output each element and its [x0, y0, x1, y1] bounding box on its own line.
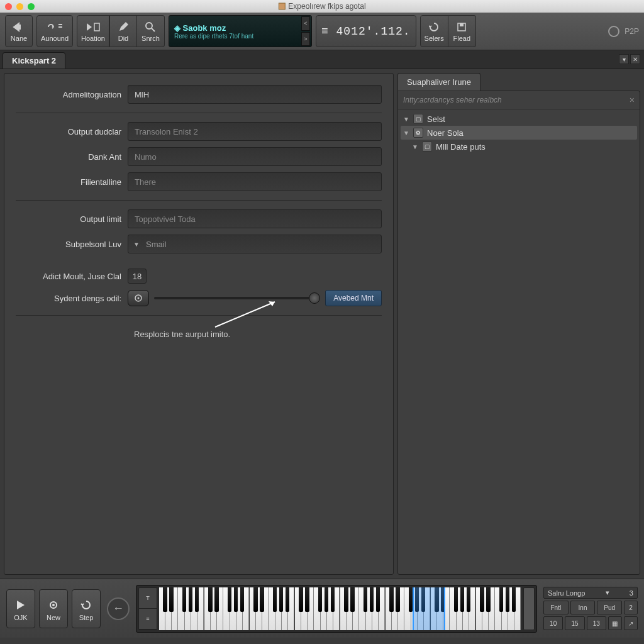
play-doc-icon: [86, 22, 101, 32]
chip-button[interactable]: Fntl: [543, 601, 569, 614]
gear-icon: ✿: [413, 128, 423, 138]
step-button[interactable]: Step: [72, 589, 101, 628]
lcd-line1: ◈ Saobk moz: [174, 23, 306, 33]
svg-point-8: [52, 604, 55, 606]
snrch-button[interactable]: Snrch: [137, 15, 165, 47]
clear-search-button[interactable]: ×: [630, 95, 635, 105]
chip-button[interactable]: Pud: [597, 601, 622, 614]
adict-label: Adict Moult, Juse Clal: [16, 272, 128, 281]
box-icon: ▢: [413, 114, 423, 124]
chip-button[interactable]: 13: [587, 616, 606, 630]
disclosure-triangle-icon[interactable]: ▼: [412, 143, 418, 150]
rewind-icon: [13, 22, 25, 32]
loop-menu-caret[interactable]: ▾: [606, 589, 609, 597]
browser-search-input[interactable]: [403, 96, 630, 104]
loop-icon: [46, 22, 64, 32]
save-icon: [457, 22, 467, 32]
dank-ant-label: Dank Ant: [16, 152, 128, 162]
bars-icon[interactable]: ≡: [139, 609, 157, 630]
chip-button[interactable]: 15: [565, 616, 584, 630]
dank-ant-input[interactable]: [128, 147, 382, 166]
tree-item[interactable]: ▼✿Noer Sola: [401, 126, 637, 140]
aunound-button[interactable]: Aunound: [36, 15, 73, 47]
gear-icon: [48, 599, 59, 611]
main-toolbar: Nane Aunound Hoation Did Snrch ◈ Saobk m…: [0, 13, 644, 50]
window-title: Expeolırew fkips agotal: [288, 2, 365, 11]
search-icon: [145, 22, 155, 32]
tab-kickspart[interactable]: Kickspart 2: [3, 52, 65, 69]
loop-controls: Salru Longp ▾ 3 FntlInnPud2 101513▦↗: [543, 587, 638, 630]
disclosure-triangle-icon[interactable]: ▼: [403, 130, 409, 136]
position-counter[interactable]: ≡ 4012'.112.: [316, 15, 416, 47]
svg-rect-0: [279, 3, 285, 9]
selers-button[interactable]: Selers: [420, 15, 448, 47]
lcd-prev-button[interactable]: <: [301, 16, 310, 31]
back-button[interactable]: ←: [107, 597, 130, 620]
avebed-button[interactable]: Avebed Mnt: [325, 290, 382, 306]
slider-thumb[interactable]: [309, 292, 320, 304]
svg-point-6: [138, 297, 140, 299]
zoom-window-button[interactable]: [28, 3, 35, 10]
admel-input[interactable]: [128, 85, 382, 104]
admel-label: Admelitoguation: [16, 90, 128, 99]
keyboard-side-controls[interactable]: T ≡: [138, 587, 157, 630]
refresh-icon: [429, 22, 439, 32]
pencil-icon: [118, 22, 128, 32]
tree-item-label: Selst: [427, 114, 445, 124]
name-button[interactable]: Nane: [5, 15, 33, 47]
main-area: Admelitoguation Output dudclar Dank Ant …: [0, 69, 644, 579]
box-icon: ▢: [422, 142, 432, 152]
sydent-knob[interactable]: [128, 290, 149, 306]
close-window-button[interactable]: [5, 3, 12, 10]
divider: [16, 315, 382, 316]
tree-item[interactable]: ▼▢Mlll Date puts: [401, 140, 637, 153]
svg-rect-1: [94, 23, 99, 31]
lcd-next-button[interactable]: >: [301, 32, 310, 47]
ojk-button[interactable]: OJK: [6, 589, 35, 628]
chip-button[interactable]: 10: [543, 616, 563, 630]
grid-icon[interactable]: ▦: [608, 616, 622, 630]
subpelsonl-label: Subpelsonl Luv: [16, 240, 128, 249]
browser-panel: Suaphaliver Irune × ▼▢Selst▼✿Noer Sola▼▢…: [397, 73, 640, 575]
keyboard-endcap: [523, 587, 535, 630]
filientalline-input[interactable]: [128, 172, 382, 191]
status-circle-icon[interactable]: [608, 26, 619, 37]
output-limit-input[interactable]: [128, 209, 382, 228]
lcd-line2: Rere as dipe rthets 7tof hant: [174, 33, 306, 40]
chip-value[interactable]: 2: [624, 601, 638, 614]
adict-input[interactable]: [128, 269, 147, 284]
new-button[interactable]: New: [39, 589, 68, 628]
browser-tab[interactable]: Suaphaliver Irune: [397, 73, 480, 91]
chip-button[interactable]: Inn: [570, 601, 596, 614]
arrow-icon[interactable]: ↗: [624, 616, 638, 630]
tree-item-label: Noer Sola: [427, 128, 464, 138]
divider: [16, 200, 382, 201]
minimize-window-button[interactable]: [16, 3, 23, 10]
t-icon[interactable]: T: [139, 588, 157, 609]
loop-label: Salru Longp: [548, 589, 585, 597]
chevron-down-icon: ▼: [133, 241, 140, 248]
tree-item-label: Mlll Date puts: [436, 142, 486, 152]
tab-menu-button[interactable]: ▾: [619, 54, 629, 64]
loop-value[interactable]: 3: [630, 589, 633, 597]
bottom-bar: OJKNewStep ← T ≡ Salru Longp ▾ 3 FntlInn…: [0, 579, 644, 638]
lcd-display: ◈ Saobk moz Rere as dipe rthets 7tof han…: [169, 15, 312, 47]
flead-button[interactable]: Flead: [448, 15, 476, 47]
play-icon: [15, 599, 26, 611]
disclosure-triangle-icon[interactable]: ▼: [403, 116, 409, 123]
refresh-icon: [80, 599, 92, 611]
sydent-slider[interactable]: [154, 297, 320, 299]
piano-keyboard[interactable]: [159, 587, 521, 630]
output-dudclar-label: Output dudclar: [16, 127, 128, 136]
tab-close-button[interactable]: ✕: [630, 54, 640, 64]
did-button[interactable]: Did: [109, 15, 137, 47]
document-tab-strip: Kickspart 2 ▾ ✕: [0, 50, 644, 69]
hoation-button[interactable]: Hoation: [77, 15, 109, 47]
p2p-label[interactable]: P2P: [625, 27, 639, 36]
svg-point-2: [146, 23, 152, 29]
output-dudclar-input[interactable]: [128, 122, 382, 141]
sydent-label: Sydent dengs odil:: [16, 294, 128, 303]
tree-item[interactable]: ▼▢Selst: [401, 112, 637, 126]
subpelsonl-select[interactable]: ▼Smail: [128, 235, 382, 253]
window-titlebar: Expeolırew fkips agotal: [0, 0, 644, 13]
